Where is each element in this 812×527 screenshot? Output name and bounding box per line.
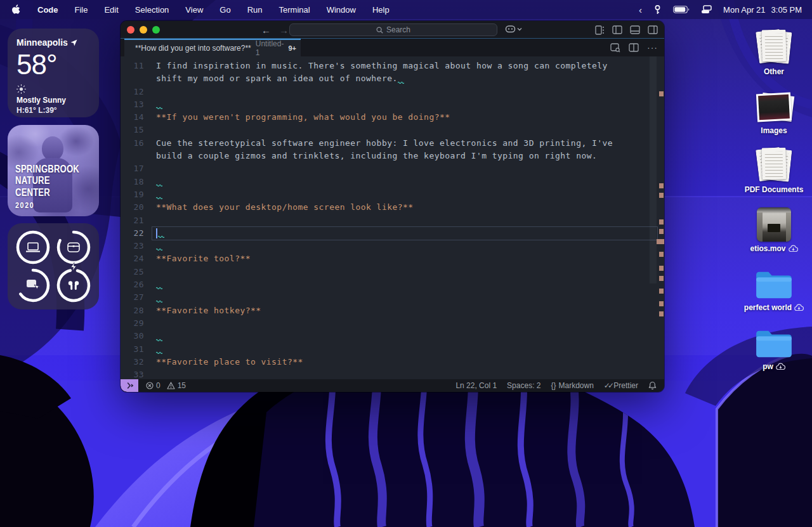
desktop-icon-other[interactable]: Other <box>745 25 803 76</box>
editor-line-16[interactable]: 16Cue the stereotypical software enginee… <box>121 137 664 150</box>
menubar-clock[interactable]: Mon Apr 21 3:05 PM <box>723 5 802 15</box>
line-content[interactable]: **What does your desktop/home screen loo… <box>156 201 657 214</box>
editor-line-28[interactable]: 28**Favorite hotkey?** <box>121 304 664 317</box>
menu-item-window[interactable]: Window <box>327 5 356 15</box>
editor-line-29[interactable]: 29 <box>121 317 664 330</box>
language-mode[interactable]: {} Markdown <box>551 381 593 390</box>
menu-item-run[interactable]: Run <box>247 5 263 15</box>
open-preview-icon[interactable] <box>610 43 620 53</box>
menu-item-selection[interactable]: Selection <box>135 5 169 15</box>
batteries-widget[interactable] <box>8 223 99 309</box>
editor-line-24[interactable]: 24**Favorite tool?** <box>121 252 664 265</box>
command-center-search[interactable]: Search <box>289 23 497 36</box>
editor-line-17[interactable]: 17 <box>121 162 664 175</box>
chevron-left-icon[interactable]: ‹ <box>639 4 642 15</box>
editor-line-30[interactable]: 30 <box>121 330 664 342</box>
customize-layout-icon[interactable] <box>595 25 605 35</box>
line-content[interactable]: **Favorite place to visit?** <box>156 356 657 368</box>
remote-indicator[interactable] <box>121 379 138 392</box>
vscode-titlebar[interactable]: ← → Search <box>121 21 664 39</box>
desktop-icon-pw[interactable]: pw <box>745 320 803 371</box>
toggle-secondary-sidebar-icon[interactable] <box>648 25 658 34</box>
problems-warnings[interactable]: 15 <box>167 381 186 390</box>
menu-item-edit[interactable]: Edit <box>104 5 118 15</box>
formatter-status[interactable]: ✓✓ Prettier <box>604 381 638 390</box>
editor-line-19[interactable]: 19 <box>121 188 664 201</box>
menu-item-view[interactable]: View <box>185 5 203 15</box>
battery-icon[interactable] <box>673 6 690 13</box>
line-content[interactable]: shift my mood or spark an idea out of no… <box>156 72 657 85</box>
editor-line-31[interactable]: 31 <box>121 343 664 356</box>
menu-item-help[interactable]: Help <box>372 5 390 15</box>
line-content[interactable] <box>156 278 657 291</box>
editor-line-16-wrap[interactable]: build a couple gizmos and trinklets, inc… <box>121 150 664 162</box>
line-content[interactable]: **If you weren't programming, what would… <box>156 111 657 124</box>
line-content[interactable] <box>156 188 657 201</box>
more-actions-icon[interactable]: ··· <box>647 42 658 53</box>
apple-menu-icon[interactable] <box>11 4 21 15</box>
line-content[interactable] <box>156 291 657 304</box>
copilot-menu[interactable] <box>505 24 522 34</box>
line-content[interactable] <box>156 330 657 342</box>
editor-line-26[interactable]: 26 <box>121 278 664 291</box>
weather-widget[interactable]: Minneapolis 58° Mostly Sunny H:61° L:39° <box>8 29 99 117</box>
line-content[interactable]: **Favorite tool?** <box>156 252 657 265</box>
menu-item-go[interactable]: Go <box>219 5 230 15</box>
desktop-icon-perfect-world[interactable]: perfect world <box>745 261 803 312</box>
line-content[interactable] <box>156 368 657 379</box>
editor-line-11-wrap[interactable]: shift my mood or spark an idea out of no… <box>121 72 664 85</box>
editor-pane[interactable]: 11I find inspiration in music. There's s… <box>121 56 664 379</box>
line-content[interactable] <box>156 86 657 98</box>
desktop-icon-pdf-documents[interactable]: PDF Documents <box>745 143 803 194</box>
editor-line-15[interactable]: 15 <box>121 124 664 136</box>
editor-line-32[interactable]: 32**Favorite place to visit?** <box>121 356 664 368</box>
photos-widget[interactable]: SPRINGBROOK NATURE CENTER 2020 <box>8 125 99 216</box>
close-button[interactable] <box>127 26 134 34</box>
editor-line-22[interactable]: 22 <box>121 227 664 240</box>
stage-manager-icon[interactable] <box>701 5 712 14</box>
line-content[interactable]: **Favorite hotkey?** <box>156 304 657 317</box>
editor-scrollbar[interactable] <box>650 56 657 283</box>
menu-item-app[interactable]: Code <box>37 5 58 15</box>
line-content[interactable]: build a couple gizmos and trinklets, inc… <box>156 150 657 162</box>
line-content[interactable]: I find inspiration in music. There's som… <box>156 60 657 72</box>
desktop-icon-images[interactable]: Images <box>745 84 803 135</box>
editor-line-21[interactable]: 21 <box>121 214 664 227</box>
toggle-primary-sidebar-icon[interactable] <box>612 25 622 34</box>
editor-line-12[interactable]: 12 <box>121 86 664 98</box>
line-content[interactable] <box>156 343 657 356</box>
problems-errors[interactable]: 0 <box>146 381 160 390</box>
minimize-button[interactable] <box>140 26 147 34</box>
line-content[interactable] <box>156 162 657 175</box>
line-content[interactable] <box>156 266 657 278</box>
forward-arrow-icon[interactable]: → <box>279 25 289 36</box>
line-content[interactable] <box>156 240 657 252</box>
editor-line-23[interactable]: 23 <box>121 240 664 252</box>
editor-line-11[interactable]: 11I find inspiration in music. There's s… <box>121 60 664 72</box>
editor-line-33[interactable]: 33 <box>121 368 664 379</box>
editor-line-18[interactable]: 18 <box>121 176 664 188</box>
line-content[interactable] <box>156 214 657 227</box>
line-content[interactable] <box>156 124 657 136</box>
line-content[interactable]: Cue the stereotypical software engineer … <box>156 137 657 150</box>
tab-untitled-1[interactable]: **How did you get into software?** Untit… <box>124 39 301 56</box>
editor-line-14[interactable]: 14**If you weren't programming, what wou… <box>121 111 664 124</box>
zoom-button[interactable] <box>152 26 160 34</box>
editor-line-13[interactable]: 13 <box>121 98 664 111</box>
line-content[interactable] <box>156 317 657 330</box>
editor-line-20[interactable]: 20**What does your desktop/home screen l… <box>121 201 664 214</box>
indentation-setting[interactable]: Spaces: 2 <box>507 381 540 390</box>
key-icon[interactable] <box>653 5 662 15</box>
split-editor-icon[interactable] <box>629 43 639 52</box>
editor-line-27[interactable]: 27 <box>121 291 664 304</box>
desktop-icon-etios-mov[interactable]: etios.mov <box>745 202 803 253</box>
line-content[interactable] <box>156 176 657 188</box>
menu-item-terminal[interactable]: Terminal <box>279 5 310 15</box>
line-content[interactable] <box>152 227 657 240</box>
menu-item-file[interactable]: File <box>75 5 88 15</box>
back-arrow-icon[interactable]: ← <box>261 25 271 36</box>
notifications-bell-icon[interactable] <box>648 381 657 390</box>
cursor-position[interactable]: Ln 22, Col 1 <box>455 381 497 390</box>
toggle-panel-icon[interactable] <box>630 25 640 34</box>
line-content[interactable] <box>156 98 657 111</box>
